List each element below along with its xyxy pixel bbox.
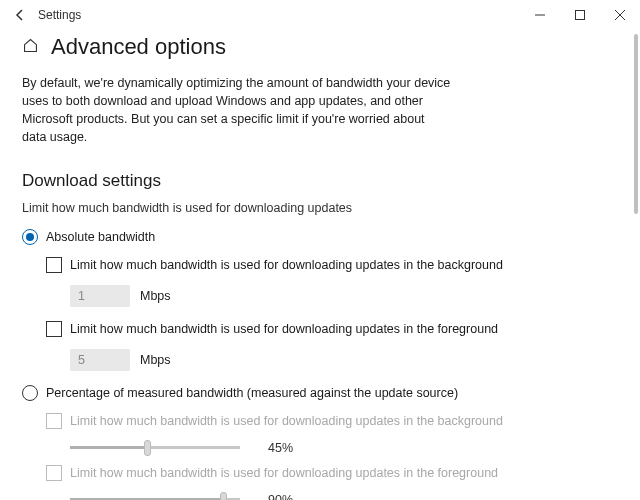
radio-label: Percentage of measured bandwidth (measur… xyxy=(46,386,458,400)
unit-label: Mbps xyxy=(140,289,171,303)
download-bg-pct-slider xyxy=(70,446,240,449)
window-title: Settings xyxy=(38,8,81,22)
page-heading: Advanced options xyxy=(51,34,226,60)
back-button[interactable] xyxy=(8,3,32,27)
download-subtitle: Limit how much bandwidth is used for dow… xyxy=(22,201,618,215)
scrollbar[interactable] xyxy=(634,34,638,214)
checkbox-label: Limit how much bandwidth is used for dow… xyxy=(70,258,503,272)
checkbox-download-fg-percentage: Limit how much bandwidth is used for dow… xyxy=(46,465,618,481)
checkbox-label: Limit how much bandwidth is used for dow… xyxy=(70,466,498,480)
checkbox-download-fg-absolute[interactable]: Limit how much bandwidth is used for dow… xyxy=(46,321,618,337)
checkbox-icon xyxy=(46,257,62,273)
radio-icon xyxy=(22,385,38,401)
checkbox-download-bg-percentage: Limit how much bandwidth is used for dow… xyxy=(46,413,618,429)
maximize-button[interactable] xyxy=(560,0,600,30)
checkbox-label: Limit how much bandwidth is used for dow… xyxy=(70,414,503,428)
svg-rect-1 xyxy=(576,11,585,20)
titlebar: Settings xyxy=(0,0,640,30)
download-bg-mbps-input[interactable]: 1 xyxy=(70,285,130,307)
checkbox-icon xyxy=(46,413,62,429)
checkbox-download-bg-absolute[interactable]: Limit how much bandwidth is used for dow… xyxy=(46,257,618,273)
page-description: By default, we're dynamically optimizing… xyxy=(22,74,452,147)
radio-icon xyxy=(22,229,38,245)
download-fg-pct-value: 90% xyxy=(268,493,293,501)
checkbox-icon xyxy=(46,321,62,337)
download-bg-pct-value: 45% xyxy=(268,441,293,455)
radio-label: Absolute bandwidth xyxy=(46,230,155,244)
home-icon[interactable] xyxy=(22,37,39,57)
download-fg-mbps-input[interactable]: 5 xyxy=(70,349,130,371)
unit-label: Mbps xyxy=(140,353,171,367)
download-settings-heading: Download settings xyxy=(22,171,618,191)
checkbox-icon xyxy=(46,465,62,481)
checkbox-label: Limit how much bandwidth is used for dow… xyxy=(70,322,498,336)
radio-percentage-bandwidth[interactable]: Percentage of measured bandwidth (measur… xyxy=(22,385,618,401)
close-button[interactable] xyxy=(600,0,640,30)
minimize-button[interactable] xyxy=(520,0,560,30)
radio-absolute-bandwidth[interactable]: Absolute bandwidth xyxy=(22,229,618,245)
